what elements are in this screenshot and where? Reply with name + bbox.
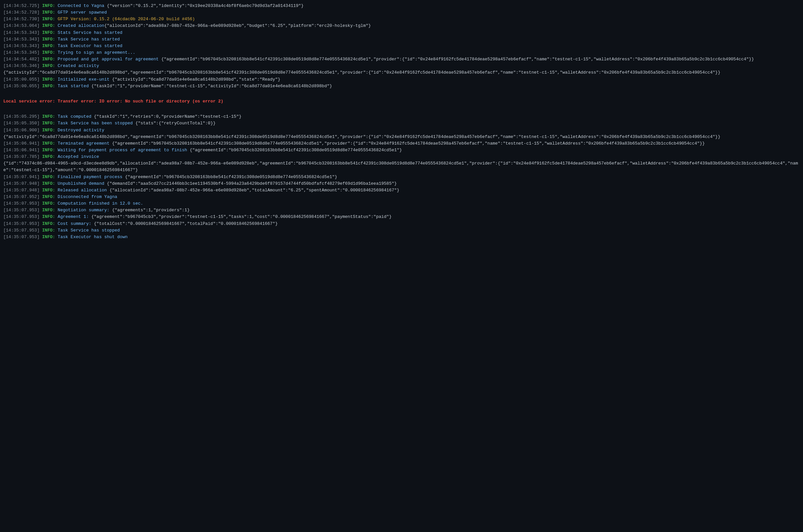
log-line: [14:35:06.900] INFO: Destroyed activity … bbox=[3, 127, 800, 140]
log-timestamp: [14:35:07.948] bbox=[3, 187, 42, 194]
log-message-part: Connected to Yagna bbox=[58, 3, 107, 9]
log-timestamp: [14:35:06.900] bbox=[3, 127, 42, 134]
log-level: INFO: bbox=[42, 174, 58, 180]
log-container: [14:34:52.725] INFO: Connected to Yagna … bbox=[3, 3, 800, 241]
log-level: INFO: bbox=[42, 227, 58, 234]
log-message-part: {"taskId":"1","retries":0,"providerName"… bbox=[94, 113, 242, 120]
log-timestamp: [14:35:06.941] bbox=[3, 147, 42, 154]
log-line: [14:34:54.482] INFO: Proposed and got ap… bbox=[3, 56, 800, 63]
log-level: INFO: bbox=[42, 194, 58, 200]
log-line: [14:35:07.953] INFO: Computation finishe… bbox=[3, 200, 800, 207]
log-level: INFO: bbox=[42, 154, 58, 160]
log-level: INFO: bbox=[42, 207, 58, 214]
log-level: INFO: bbox=[42, 221, 58, 227]
log-level: INFO: bbox=[42, 83, 58, 90]
log-line: [14:35:00.055] INFO: Initialized exe-uni… bbox=[3, 76, 800, 83]
log-message-part: Destroyed activity bbox=[58, 127, 107, 134]
log-message-part: Released allocation bbox=[58, 187, 110, 194]
log-message-part: {"allocationId":"adea98a7-08b7-452e-966a… bbox=[110, 187, 399, 194]
log-message-part: GFTP server spawned bbox=[58, 9, 107, 16]
log-message-part: Initialized exe-unit bbox=[58, 76, 112, 83]
log-message-part: {"demandId":"aaa5cd27cc21446bb3c1ee11945… bbox=[107, 180, 397, 187]
log-timestamp: [14:35:07.952] bbox=[3, 194, 42, 200]
log-level: INFO: bbox=[42, 63, 58, 69]
log-message-part: Task Executor has shut down bbox=[58, 234, 128, 241]
log-message-part: {"taskId":"1","providerName":"testnet-c1… bbox=[91, 83, 332, 90]
log-level: INFO: bbox=[42, 30, 58, 36]
log-timestamp: [14:34:54.482] bbox=[3, 56, 42, 63]
log-message-part: Agreement 1: bbox=[58, 214, 91, 220]
log-timestamp: [14:35:07.785] bbox=[3, 154, 42, 160]
log-line: [14:35:07.953] INFO: Task Service has st… bbox=[3, 227, 800, 234]
log-line: [14:35:07.953] INFO: Task Executor has s… bbox=[3, 234, 800, 241]
log-level: INFO: bbox=[42, 3, 58, 9]
log-message-part: {"agreement":"b967045cb3","provider":"te… bbox=[91, 214, 392, 220]
log-message-part: {"agreementId":"b967045cb3208163bb8e541c… bbox=[112, 140, 705, 147]
blank-line bbox=[3, 107, 800, 113]
log-level: INFO: bbox=[42, 200, 58, 207]
log-timestamp: [14:34:55.346] bbox=[3, 63, 42, 69]
log-message-part: Terminated agreement bbox=[58, 140, 112, 147]
log-message-part: Trying to sign an agreement... bbox=[58, 50, 135, 56]
log-message-part: {"agreementId":"b967045cb3208163bb8e541c… bbox=[190, 147, 402, 154]
log-timestamp: [14:35:05.350] bbox=[3, 120, 42, 127]
log-line: [14:35:07.953] INFO: Negotiation summary… bbox=[3, 207, 800, 214]
log-line: [14:34:52.730] INFO: GFTP Version: 0.15.… bbox=[3, 16, 800, 22]
log-message-part: Computation finished in 12.0 sec. bbox=[58, 200, 143, 207]
log-line: [14:34:52.725] INFO: Connected to Yagna … bbox=[3, 3, 800, 9]
log-level: INFO: bbox=[42, 56, 58, 63]
log-message-part: {"activityId":"6ca8d77da01e4e6ea8ca6148b… bbox=[3, 69, 721, 76]
log-message-part: Task started bbox=[58, 83, 91, 90]
log-timestamp: [14:35:07.953] bbox=[3, 227, 42, 234]
log-message-part: GFTP Version: 0.15.2 (64cdac0b 2024-06-2… bbox=[58, 16, 195, 22]
log-message-part: {"agreements":1,"providers":1} bbox=[112, 207, 190, 214]
log-message-part: {"stats":{"retryCountTotal":0}} bbox=[135, 120, 216, 127]
blank-line bbox=[3, 90, 800, 96]
log-level: INFO: bbox=[42, 22, 58, 29]
log-message-part: Cost summary: bbox=[58, 221, 94, 227]
log-timestamp: [14:35:07.941] bbox=[3, 174, 42, 180]
log-line: [14:35:07.785] INFO: Accepted invoice {"… bbox=[3, 154, 800, 173]
log-line: [14:34:53.343] INFO: Task Service has st… bbox=[3, 36, 800, 43]
log-line: [14:34:55.346] INFO: Created activity {"… bbox=[3, 63, 800, 76]
log-line: [14:35:07.948] INFO: Unpublished demand … bbox=[3, 180, 800, 187]
log-timestamp: [14:35:06.941] bbox=[3, 140, 42, 147]
log-level: INFO: bbox=[42, 16, 58, 22]
log-message-part: {"id":"74374c86-d984-4965-a0cd-d3ecdee8d… bbox=[3, 160, 800, 173]
log-message-part: Waiting for payment process of agreement… bbox=[58, 147, 190, 154]
log-timestamp: [14:35:00.055] bbox=[3, 76, 42, 83]
log-message-part: {"version":"0.15.2","identity":"0x19ee20… bbox=[107, 3, 304, 9]
log-message-part: {"agreementId":"b967045cb3208163bb8e541c… bbox=[125, 174, 337, 180]
log-timestamp: [14:34:53.064] bbox=[3, 22, 42, 29]
log-line: [14:35:07.953] INFO: Cost summary: {"tot… bbox=[3, 221, 800, 227]
log-level: INFO: bbox=[42, 140, 58, 147]
log-timestamp: [14:34:53.345] bbox=[3, 50, 42, 56]
log-message-part: Task Executor has started bbox=[58, 43, 123, 50]
log-level: INFO: bbox=[42, 187, 58, 194]
log-message-part: Task Service has been stopped bbox=[58, 120, 135, 127]
log-level: INFO: bbox=[42, 36, 58, 43]
log-message-part: {"agreementId":"b967045cb3208163bb8e541c… bbox=[161, 56, 754, 63]
log-level: INFO: bbox=[42, 113, 58, 120]
log-line: [14:34:53.064] INFO: Created allocation{… bbox=[3, 22, 800, 29]
log-message-part: Finalized payment process bbox=[58, 174, 125, 180]
log-level: INFO: bbox=[42, 147, 58, 154]
log-line: [14:35:06.941] INFO: Waiting for payment… bbox=[3, 147, 800, 154]
log-timestamp: [14:35:07.948] bbox=[3, 180, 42, 187]
log-message-part: Negotiation summary: bbox=[58, 207, 112, 214]
log-message-part: Created activity bbox=[58, 63, 102, 69]
log-line: [14:35:05.295] INFO: Task computed {"tas… bbox=[3, 113, 800, 120]
log-line: [14:35:06.941] INFO: Terminated agreemen… bbox=[3, 140, 800, 147]
log-timestamp: [14:35:05.295] bbox=[3, 113, 42, 120]
log-message-part: {"activityId":"6ca8d77da01e4e6ea8ca6148b… bbox=[3, 134, 721, 140]
log-level: INFO: bbox=[42, 50, 58, 56]
log-level: INFO: bbox=[42, 234, 58, 241]
log-line: [14:34:52.728] INFO: GFTP server spawned bbox=[3, 9, 800, 16]
log-level: INFO: bbox=[42, 76, 58, 83]
log-level: INFO: bbox=[42, 120, 58, 127]
log-message-part: Task Service has stopped bbox=[58, 227, 120, 234]
log-line: [14:34:53.343] INFO: Task Executor has s… bbox=[3, 43, 800, 50]
log-timestamp: [14:35:07.953] bbox=[3, 221, 42, 227]
log-line: [14:35:07.941] INFO: Finalized payment p… bbox=[3, 174, 800, 180]
log-timestamp: [14:35:07.953] bbox=[3, 207, 42, 214]
